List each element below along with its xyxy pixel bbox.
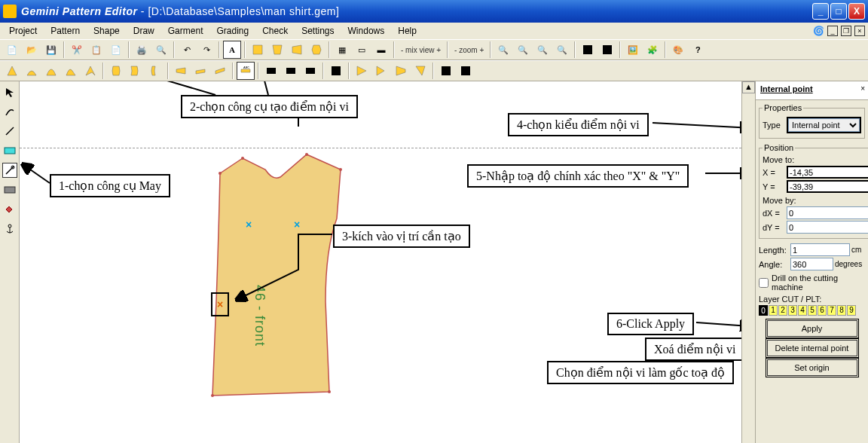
scroll-up-icon[interactable]: ▲ xyxy=(742,81,755,93)
shape-tool-2-icon[interactable] xyxy=(127,62,145,80)
layer-cell-4[interactable]: 4 xyxy=(798,305,807,316)
set-origin-button[interactable]: Set origin xyxy=(767,359,857,376)
dart-tool-4-icon[interactable] xyxy=(411,62,429,80)
delete-internal-point-button[interactable]: Delete internal point xyxy=(767,340,857,356)
dart-tool-1-icon[interactable] xyxy=(353,62,371,80)
apply-button[interactable]: Apply xyxy=(767,320,857,337)
mdi-minimize-button[interactable]: _ xyxy=(827,26,838,36)
window-close-button[interactable]: X xyxy=(848,3,865,20)
help-tool-icon[interactable]: ? xyxy=(689,41,707,59)
shape-tool-1-icon[interactable] xyxy=(107,62,125,80)
cut-tool-1-icon[interactable] xyxy=(262,62,280,80)
curve-tool-3-icon[interactable] xyxy=(42,62,60,80)
internal-point-marker-1[interactable]: × xyxy=(246,218,252,231)
misc-tool-1-icon[interactable]: 🖼️ xyxy=(624,41,642,59)
menu-grading[interactable]: Grading xyxy=(210,24,255,38)
line-draw-tool-icon[interactable] xyxy=(2,124,17,139)
canvas-scrollbar[interactable]: ▲ xyxy=(741,81,755,443)
arrow-tool-icon[interactable] xyxy=(2,84,17,99)
curve-tool-1-icon[interactable] xyxy=(3,62,21,80)
copy-icon[interactable]: 📋 xyxy=(87,41,105,59)
menu-garment[interactable]: Garment xyxy=(162,24,209,38)
marker-tool-icon[interactable] xyxy=(2,182,17,197)
save-file-icon[interactable]: 💾 xyxy=(42,41,60,59)
drill-checkbox[interactable] xyxy=(759,278,769,288)
sewing-tool-icon[interactable] xyxy=(2,163,17,178)
menu-pattern[interactable]: Pattern xyxy=(44,24,86,38)
cut-icon[interactable]: ✂️ xyxy=(68,41,86,59)
new-file-icon[interactable]: 📄 xyxy=(3,41,21,59)
layer-selector[interactable]: 0 1 2 3 4 5 6 7 8 9 xyxy=(759,305,865,316)
pattern-tool-3-icon[interactable] xyxy=(288,41,306,59)
line-tool-3-icon[interactable] xyxy=(211,62,229,80)
menu-project[interactable]: Project xyxy=(3,24,43,38)
layer-cell-1[interactable]: 1 xyxy=(769,305,778,316)
menu-check[interactable]: Check xyxy=(256,24,294,38)
redo-icon[interactable]: ↷ xyxy=(197,41,215,59)
snap-tool-icon[interactable]: ▬ xyxy=(372,41,390,59)
text-tool-icon[interactable]: A xyxy=(223,41,241,59)
cut-tool-3-icon[interactable] xyxy=(301,62,319,80)
line-tool-1-icon[interactable] xyxy=(172,62,190,80)
type-select[interactable]: Internal point xyxy=(788,118,860,132)
line-tool-2-icon[interactable] xyxy=(191,62,209,80)
layer-cell-7[interactable]: 7 xyxy=(827,305,836,316)
mdi-restore-button[interactable]: ❐ xyxy=(841,26,851,36)
zoom-select-icon[interactable]: 🔍 xyxy=(553,41,571,59)
print-preview-icon[interactable]: 🔍 xyxy=(152,41,170,59)
internal-point-tool-icon[interactable]: ABC xyxy=(237,62,255,80)
print-icon[interactable]: 🖨️ xyxy=(133,41,151,59)
curve-tool-2-icon[interactable] xyxy=(23,62,41,80)
pattern-tool-1-icon[interactable] xyxy=(249,41,267,59)
window-minimize-button[interactable]: _ xyxy=(812,3,829,20)
pattern-piece-front[interactable] xyxy=(197,151,363,414)
dart-tool-3-icon[interactable] xyxy=(392,62,410,80)
pattern-piece-tool-icon[interactable] xyxy=(2,143,17,158)
palette-tool-icon[interactable]: 🎨 xyxy=(669,41,687,59)
panel-close-icon[interactable]: × xyxy=(860,84,865,93)
zoom-out-icon[interactable]: 🔍 xyxy=(514,41,532,59)
pattern-tool-4-icon[interactable] xyxy=(307,41,326,59)
curve-tool-5-icon[interactable] xyxy=(81,62,99,80)
menu-settings[interactable]: Settings xyxy=(295,24,340,38)
layer-cell-3[interactable]: 3 xyxy=(788,305,797,316)
zoom-in-icon[interactable]: 🔍 xyxy=(494,41,512,59)
length-input[interactable] xyxy=(790,243,850,256)
mdi-close-button[interactable]: × xyxy=(854,26,865,36)
canvas[interactable]: × × × 46 - front 1-chọn công cụ May 2-ch… xyxy=(20,81,741,443)
misc-shape-1-icon[interactable] xyxy=(437,62,455,80)
export-tool-1-icon[interactable] xyxy=(579,41,597,59)
paste-icon[interactable]: 📄 xyxy=(107,41,125,59)
cut-tool-2-icon[interactable] xyxy=(282,62,300,80)
grid-tool-icon[interactable]: ▦ xyxy=(333,41,351,59)
export-tool-2-icon[interactable] xyxy=(598,41,616,59)
x-input[interactable] xyxy=(787,166,868,179)
misc-tool-2-icon[interactable]: 🧩 xyxy=(643,41,662,59)
menu-draw[interactable]: Draw xyxy=(127,24,160,38)
mix-view-label[interactable]: - mix view + xyxy=(398,46,444,54)
selected-internal-point[interactable]: × xyxy=(211,292,229,316)
undo-icon[interactable]: ↶ xyxy=(178,41,196,59)
align-tool-icon[interactable]: ▭ xyxy=(353,41,371,59)
curve-select-tool-icon[interactable] xyxy=(2,104,17,119)
window-maximize-button[interactable]: □ xyxy=(830,3,847,20)
layer-cell-0[interactable]: 0 xyxy=(759,305,768,316)
menu-help[interactable]: Help xyxy=(392,24,423,38)
notch-tool-icon[interactable] xyxy=(2,202,17,217)
pattern-tool-2-icon[interactable] xyxy=(268,41,286,59)
open-file-icon[interactable]: 📂 xyxy=(23,41,41,59)
layer-cell-9[interactable]: 9 xyxy=(847,305,856,316)
curve-tool-4-icon[interactable] xyxy=(62,62,80,80)
y-input[interactable] xyxy=(787,180,868,193)
zoom-fit-icon[interactable]: 🔍 xyxy=(533,41,552,59)
layer-cell-6[interactable]: 6 xyxy=(818,305,827,316)
dx-input[interactable] xyxy=(787,206,868,219)
shape-tool-3-icon[interactable] xyxy=(146,62,164,80)
zoom-label[interactable]: - zoom + xyxy=(451,46,487,54)
layer-cell-2[interactable]: 2 xyxy=(778,305,787,316)
menu-shape[interactable]: Shape xyxy=(87,24,126,38)
edge-tool-1-icon[interactable] xyxy=(327,62,345,80)
layer-cell-8[interactable]: 8 xyxy=(837,305,846,316)
dart-tool-2-icon[interactable] xyxy=(372,62,390,80)
internal-point-marker-2[interactable]: × xyxy=(294,218,300,231)
